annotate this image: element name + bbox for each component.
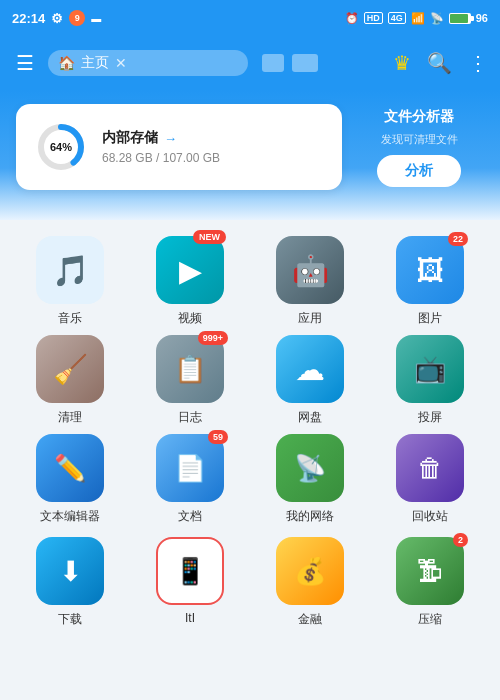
storage-info: 内部存储 → 68.28 GB / 107.00 GB [102, 129, 220, 165]
grid-item-trash[interactable]: 🗑 回收站 [372, 434, 488, 525]
header: ☰ 🏠 主页 ✕ ♛ 🔍 ⋮ [0, 36, 500, 90]
docs-icon: 📄 [174, 453, 206, 484]
wifi-icon: 📡 [430, 12, 444, 25]
logs-icon: 📋 [174, 354, 206, 385]
storage-card[interactable]: 64% 内部存储 → 68.28 GB / 107.00 GB [16, 104, 342, 190]
analyzer-card: 文件分析器 发现可清理文件 分析 [354, 104, 484, 190]
docs-icon-wrap: 59 📄 [156, 434, 224, 502]
grid-item-logs[interactable]: 999+ 📋 日志 [132, 335, 248, 426]
cloud-label: 网盘 [298, 409, 322, 426]
texteditor-icon-wrap: ✏️ [36, 434, 104, 502]
zip-icon-wrap: 2 🗜 [396, 537, 464, 605]
settings-icon: ⚙ [51, 11, 63, 26]
cloud-icon-wrap: ☁ [276, 335, 344, 403]
clean-icon-wrap: 🧹 [36, 335, 104, 403]
content-row: 64% 内部存储 → 68.28 GB / 107.00 GB 文件分析器 发现… [16, 104, 484, 190]
grid-item-cloud[interactable]: ☁ 网盘 [252, 335, 368, 426]
trash-icon: 🗑 [417, 453, 443, 484]
clean-label: 清理 [58, 409, 82, 426]
phone-icon-wrap: 📱 [156, 537, 224, 605]
tab-extras [262, 54, 318, 72]
analyzer-title: 文件分析器 [384, 108, 454, 126]
phone-label: ItI [185, 611, 195, 625]
grid-item-clean[interactable]: 🧹 清理 [12, 335, 128, 426]
music-label: 音乐 [58, 310, 82, 327]
network-label: 我的网络 [286, 508, 334, 525]
logs-badge: 999+ [198, 331, 228, 345]
grid-item-docs[interactable]: 59 📄 文档 [132, 434, 248, 525]
apps-icon: 🤖 [292, 253, 329, 288]
trash-label: 回收站 [412, 508, 448, 525]
tab-cloud-icon[interactable] [292, 54, 318, 72]
grid-item-cast[interactable]: 📺 投屏 [372, 335, 488, 426]
grid-item-zip[interactable]: 2 🗜 压缩 [372, 537, 488, 628]
grid-item-download[interactable]: ⬇ 下载 [12, 537, 128, 628]
grid-item-video[interactable]: NEW ▶ 视频 [132, 236, 248, 327]
clean-icon: 🧹 [53, 353, 88, 386]
blue-section: 64% 内部存储 → 68.28 GB / 107.00 GB 文件分析器 发现… [0, 90, 500, 220]
notification-icon: 9 [69, 10, 85, 26]
tab-square-icon[interactable] [262, 54, 284, 72]
grid-item-texteditor[interactable]: ✏️ 文本编辑器 [12, 434, 128, 525]
hd-icon: HD [364, 12, 383, 24]
docs-label: 文档 [178, 508, 202, 525]
analyzer-subtitle: 发现可清理文件 [381, 132, 458, 147]
signal-bars-icon: 📶 [411, 12, 425, 25]
images-icon-wrap: 22 🖼 [396, 236, 464, 304]
hamburger-menu-icon[interactable]: ☰ [12, 47, 38, 79]
network-icon-wrap: 📡 [276, 434, 344, 502]
status-left: 22:14 ⚙ 9 ▬ [12, 10, 101, 26]
grid-item-music[interactable]: 🎵 音乐 [12, 236, 128, 327]
apps-label: 应用 [298, 310, 322, 327]
cast-icon-wrap: 📺 [396, 335, 464, 403]
trash-icon-wrap: 🗑 [396, 434, 464, 502]
network-icon: 📡 [294, 453, 326, 484]
phone-icon: 📱 [174, 556, 206, 587]
battery-indicator [449, 13, 471, 24]
images-label: 图片 [418, 310, 442, 327]
header-actions: ♛ 🔍 ⋮ [393, 51, 488, 75]
video-label: 视频 [178, 310, 202, 327]
tab-close-icon[interactable]: ✕ [115, 55, 127, 71]
status-bar: 22:14 ⚙ 9 ▬ ⏰ HD 4G 📶 📡 96 [0, 0, 500, 36]
more-options-icon[interactable]: ⋮ [468, 51, 488, 75]
logs-icon-wrap: 999+ 📋 [156, 335, 224, 403]
search-icon[interactable]: 🔍 [427, 51, 452, 75]
main-grid: 🎵 音乐 NEW ▶ 视频 🤖 应用 22 🖼 图片 [0, 220, 500, 636]
texteditor-label: 文本编辑器 [40, 508, 100, 525]
grid-item-apps[interactable]: 🤖 应用 [252, 236, 368, 327]
tab-label: 主页 [81, 54, 109, 72]
texteditor-icon: ✏️ [54, 453, 86, 484]
grid-item-network[interactable]: 📡 我的网络 [252, 434, 368, 525]
grid-item-images[interactable]: 22 🖼 图片 [372, 236, 488, 327]
crown-icon[interactable]: ♛ [393, 51, 411, 75]
app-grid: 🎵 音乐 NEW ▶ 视频 🤖 应用 22 🖼 图片 [12, 236, 488, 628]
music-icon-wrap: 🎵 [36, 236, 104, 304]
download-icon: ⬇ [59, 555, 82, 588]
video-badge-new: NEW [193, 230, 226, 244]
finance-icon-wrap: 💰 [276, 537, 344, 605]
network-icon: 4G [388, 12, 406, 24]
tab-home-icon: 🏠 [58, 55, 75, 71]
analyze-button[interactable]: 分析 [377, 155, 461, 187]
finance-label: 金融 [298, 611, 322, 628]
cloud-icon: ☁ [295, 352, 325, 387]
zip-badge: 2 [453, 533, 468, 547]
cast-label: 投屏 [418, 409, 442, 426]
grid-item-finance[interactable]: 💰 金融 [252, 537, 368, 628]
storage-arrow-icon: → [164, 131, 177, 146]
status-right: ⏰ HD 4G 📶 📡 96 [345, 12, 488, 25]
cast-icon: 📺 [414, 354, 446, 385]
signal-icon: ▬ [91, 13, 101, 24]
download-label: 下载 [58, 611, 82, 628]
storage-size: 68.28 GB / 107.00 GB [102, 151, 220, 165]
battery-pct: 96 [476, 12, 488, 24]
tab-bar[interactable]: 🏠 主页 ✕ [48, 50, 248, 76]
alarm-icon: ⏰ [345, 12, 359, 25]
storage-donut: 64% [34, 120, 88, 174]
finance-icon: 💰 [294, 556, 326, 587]
time: 22:14 [12, 11, 45, 26]
images-badge: 22 [448, 232, 468, 246]
grid-item-phone[interactable]: 📱 ItI [132, 537, 248, 628]
logs-label: 日志 [178, 409, 202, 426]
